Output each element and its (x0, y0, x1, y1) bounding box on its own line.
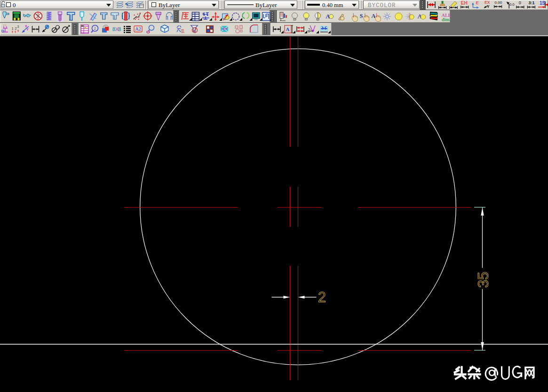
svg-text:1S: 1S (540, 0, 546, 6)
svg-text:XY: XY (222, 27, 228, 31)
svg-text:ByLayer: ByLayer (159, 1, 180, 8)
svg-text:3:1: 3:1 (528, 0, 534, 5)
svg-text:YY: YY (3, 24, 7, 27)
svg-text:3: 3 (17, 25, 19, 28)
svg-text:dim: dim (442, 17, 450, 22)
svg-text:A: A (371, 13, 375, 19)
svg-text:35: 35 (475, 272, 491, 288)
svg-text:S: S (360, 13, 363, 19)
svg-text:BYCOLOR: BYCOLOR (368, 2, 396, 9)
svg-text:2: 2 (94, 26, 96, 31)
svg-text:8: 8 (118, 26, 121, 32)
svg-text:2: 2 (318, 289, 326, 305)
svg-text:E: E (476, 0, 478, 5)
svg-text:A2: A2 (135, 26, 141, 32)
svg-text:X: X (25, 24, 27, 28)
svg-text:0: 0 (519, 0, 521, 5)
svg-text:0.0: 0.0 (509, 2, 514, 7)
svg-text:EH: EH (461, 0, 468, 6)
svg-text:A: A (286, 26, 290, 32)
svg-text:0: 0 (13, 1, 16, 8)
svg-text:Y: Y (487, 4, 490, 9)
svg-text:Y: Y (26, 28, 29, 31)
svg-text:ByLayer: ByLayer (255, 1, 277, 8)
svg-text:0.00: 0.00 (495, 0, 502, 5)
svg-text:1 2: 1 2 (12, 26, 17, 31)
svg-text:0.40 mm: 0.40 mm (322, 2, 343, 8)
